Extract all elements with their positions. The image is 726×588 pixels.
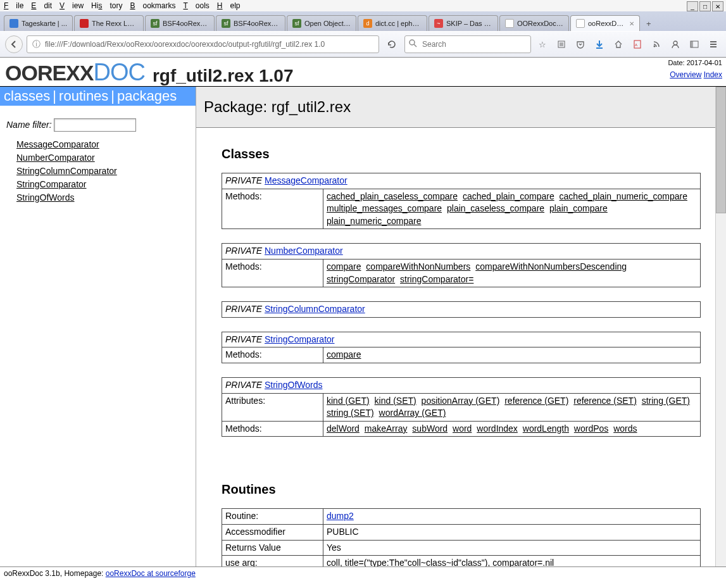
browser-tab[interactable]: The Rexx Lan...	[74, 15, 144, 31]
class-list-item[interactable]: StringOfWords	[16, 191, 189, 204]
method-link[interactable]: compare	[327, 261, 361, 273]
menu-help[interactable]: Help	[217, 1, 241, 10]
tab-routines[interactable]: routines	[59, 88, 108, 104]
method-link[interactable]: words	[613, 423, 637, 435]
home-icon[interactable]	[611, 37, 626, 52]
menu-bookmarks[interactable]: Bookmarks	[130, 1, 175, 10]
scrollbar-thumb[interactable]	[716, 87, 726, 213]
sidebar: classes | routines | packages Name filte…	[0, 87, 196, 566]
browser-tab[interactable]: ooRexxDoc rgf...✕	[570, 15, 640, 31]
method-link[interactable]: cached_plain_numeric_compare	[560, 191, 687, 203]
method-link[interactable]: compareWithNonNumbersDescending	[475, 261, 627, 273]
filter-input[interactable]	[54, 118, 136, 132]
feed-icon[interactable]	[649, 37, 664, 52]
method-link[interactable]: compareWithNonNumbers	[366, 261, 470, 273]
private-label: PRIVATE	[225, 246, 262, 256]
search-input[interactable]	[421, 39, 527, 49]
overview-link[interactable]: Overview	[670, 70, 701, 79]
class-name-link[interactable]: StringComparator	[265, 334, 335, 344]
user-icon[interactable]	[668, 37, 683, 52]
methods-cell: compare compareWithNonNumbers compareWit…	[323, 259, 701, 287]
method-link[interactable]: stringComparator	[327, 273, 395, 286]
tab-label: Open Object ...	[304, 20, 351, 27]
class-list-item[interactable]: MessageComparator	[16, 138, 189, 151]
info-icon[interactable]: ⓘ	[31, 39, 41, 50]
search-bar[interactable]	[404, 35, 531, 53]
svg-point-0	[410, 40, 415, 45]
class-name-link[interactable]: StringOfWords	[265, 380, 323, 390]
class-list-item[interactable]: StringComparator	[16, 178, 189, 191]
sidebar-toggle-icon[interactable]	[687, 37, 702, 52]
browser-tab[interactable]: OORexxDoc / ...	[499, 15, 569, 31]
attribute-link[interactable]: string (GET)	[642, 395, 690, 408]
index-link[interactable]: Index	[704, 70, 722, 79]
list-icon[interactable]	[554, 37, 569, 52]
browser-tab[interactable]: ~SKIP – Das Kin...	[429, 15, 498, 31]
class-list-item[interactable]: StringColumnComparator	[16, 165, 189, 178]
menu-view[interactable]: View	[59, 1, 84, 10]
footer-link[interactable]: ooRexxDoc at sourceforge	[106, 569, 196, 578]
class-name-link[interactable]: NumberComparator	[265, 246, 343, 256]
reload-button[interactable]	[383, 35, 401, 53]
access-label: Accessmodifier	[222, 524, 323, 540]
download-icon[interactable]	[592, 37, 607, 52]
menu-history[interactable]: History	[91, 1, 122, 10]
method-link[interactable]: wordPos	[574, 423, 608, 435]
method-link[interactable]: wordIndex	[477, 423, 518, 435]
attribute-link[interactable]: kind (GET)	[327, 395, 370, 408]
method-link[interactable]: plain_caseless_compare	[447, 203, 544, 215]
method-link[interactable]: plain_compare	[549, 203, 608, 215]
pocket-icon[interactable]	[573, 37, 588, 52]
attribute-link[interactable]: kind (SET)	[375, 395, 416, 408]
method-link[interactable]: cached_plain_caseless_compare	[327, 191, 458, 203]
method-link[interactable]: compare	[327, 349, 361, 361]
attribute-link[interactable]: reference (GET)	[504, 395, 568, 408]
page-body: classes | routines | packages Name filte…	[0, 87, 726, 566]
attribute-link[interactable]: wordArray (GET)	[379, 407, 446, 420]
scrollbar[interactable]	[715, 87, 726, 566]
method-link[interactable]: subWord	[412, 423, 447, 435]
page-title: rgf_util2.rex 1.07	[153, 66, 294, 86]
browser-tab[interactable]: ddict.cc | ephe...	[358, 15, 427, 31]
menu-edit[interactable]: Edit	[31, 1, 52, 10]
new-tab-button[interactable]: +	[641, 16, 656, 31]
class-list-item[interactable]: NumberComparator	[16, 151, 189, 165]
method-link[interactable]: stringComparator=	[400, 273, 473, 286]
class-name-link[interactable]: MessageComparator	[265, 175, 347, 185]
url-text[interactable]: file:///F:/download/Rexx/ooRexx/oorexxdo…	[45, 40, 375, 49]
method-link[interactable]: makeArray	[365, 423, 408, 435]
menu-tools[interactable]: Tools	[183, 1, 209, 10]
browser-tab[interactable]: sfBSF4ooRexx -...	[216, 15, 285, 31]
close-button[interactable]: ✕	[712, 1, 723, 11]
pdf-icon[interactable]: A	[630, 37, 645, 52]
url-bar[interactable]: ⓘ file:///F:/download/Rexx/ooRexx/oorexx…	[27, 35, 379, 53]
close-tab-icon[interactable]: ✕	[629, 20, 634, 27]
method-link[interactable]: plain_numeric_compare	[327, 215, 421, 228]
hamburger-icon[interactable]	[706, 37, 721, 52]
browser-tab[interactable]: Tageskarte | ...	[4, 15, 73, 31]
method-link[interactable]: delWord	[327, 423, 360, 435]
class-name-link[interactable]: StringColumnComparator	[265, 304, 365, 314]
minimize-button[interactable]: _	[687, 1, 698, 11]
maximize-button[interactable]: □	[699, 1, 711, 11]
attribute-link[interactable]: string (SET)	[327, 407, 374, 420]
method-link[interactable]: cached_plain_compare	[463, 191, 554, 203]
back-button[interactable]	[5, 35, 23, 53]
private-label: PRIVATE	[225, 304, 262, 314]
method-link[interactable]: word	[453, 423, 472, 435]
attribute-link[interactable]: reference (SET)	[573, 395, 637, 408]
browser-tab[interactable]: sfBSF4ooRexx -...	[145, 15, 215, 31]
tab-classes[interactable]: classes	[4, 88, 50, 104]
method-link[interactable]: multiple_messages_compare	[327, 203, 442, 215]
menu-file[interactable]: File	[4, 1, 23, 10]
date-text: Date: 2017-04-01	[668, 59, 722, 66]
star-icon[interactable]: ☆	[535, 37, 550, 52]
tab-packages[interactable]: packages	[117, 88, 177, 104]
methods-label: Methods:	[222, 189, 323, 229]
methods-label: Methods:	[222, 421, 323, 437]
routine-name-link[interactable]: dump2	[327, 511, 354, 521]
method-link[interactable]: wordLength	[523, 423, 569, 435]
tab-label: BSF4ooRexx -...	[234, 20, 280, 27]
browser-tab[interactable]: sfOpen Object ...	[287, 15, 356, 31]
attribute-link[interactable]: positionArray (GET)	[422, 395, 500, 408]
